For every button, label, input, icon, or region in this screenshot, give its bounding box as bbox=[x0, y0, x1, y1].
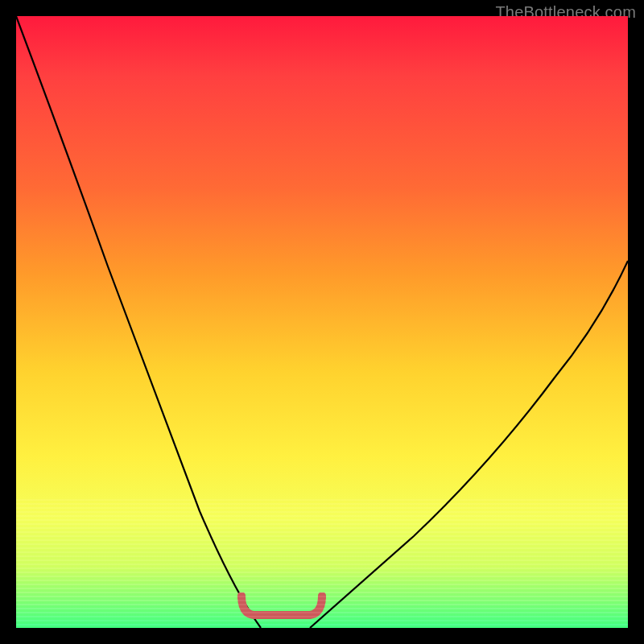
svg-point-1 bbox=[318, 593, 326, 601]
curve-left-arm bbox=[16, 16, 261, 628]
curve-right-arm bbox=[310, 261, 628, 628]
plot-area bbox=[16, 16, 628, 628]
chart-container: TheBottleneck.com bbox=[0, 0, 644, 644]
svg-point-0 bbox=[237, 593, 246, 601]
minimum-region-marker bbox=[233, 592, 330, 621]
bottleneck-curve bbox=[16, 16, 628, 628]
